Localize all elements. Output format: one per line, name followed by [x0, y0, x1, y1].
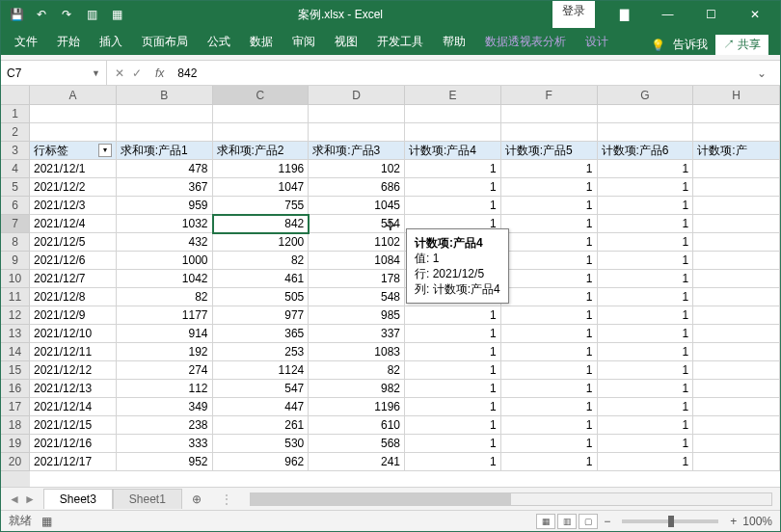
- expand-icon[interactable]: ⌄: [751, 66, 772, 80]
- cell[interactable]: 367: [117, 178, 213, 197]
- row-header[interactable]: 5: [1, 178, 30, 197]
- cell[interactable]: 461: [213, 270, 310, 288]
- row-header[interactable]: 1: [1, 105, 30, 123]
- cell[interactable]: [405, 105, 501, 123]
- name-box[interactable]: C7▼: [1, 61, 107, 85]
- cell[interactable]: 1045: [309, 197, 405, 215]
- tab-home[interactable]: 开始: [47, 29, 90, 55]
- cell[interactable]: 365: [213, 325, 310, 343]
- cell[interactable]: 2021/12/10: [30, 325, 117, 343]
- cell[interactable]: 1196: [309, 398, 405, 416]
- cells-area[interactable]: 行标签▾求和项:产品1求和项:产品2求和项:产品3计数项:产品4计数项:产品5计…: [30, 105, 780, 487]
- row-header[interactable]: 6: [1, 197, 30, 215]
- tab-view[interactable]: 视图: [325, 29, 367, 55]
- cell[interactable]: [693, 435, 780, 453]
- cell[interactable]: 82: [213, 252, 310, 270]
- bulb-icon[interactable]: 💡: [651, 39, 665, 52]
- cell[interactable]: 求和项:产品2: [213, 142, 310, 160]
- cell[interactable]: 1: [598, 270, 694, 288]
- cell[interactable]: 1047: [213, 178, 310, 197]
- cell[interactable]: [693, 178, 780, 197]
- cell[interactable]: 行标签▾: [30, 142, 117, 160]
- cell[interactable]: 959: [117, 197, 213, 215]
- cell[interactable]: [309, 105, 405, 123]
- ribbon-options-icon[interactable]: ▇: [603, 1, 646, 28]
- tab-data[interactable]: 数据: [240, 29, 283, 55]
- row-header[interactable]: 4: [1, 160, 30, 178]
- cell[interactable]: 82: [309, 361, 405, 380]
- cell[interactable]: 2021/12/7: [30, 270, 117, 288]
- cell[interactable]: 1: [405, 197, 501, 215]
- sheet-prev-icon[interactable]: ◄: [9, 492, 20, 506]
- tab-formulas[interactable]: 公式: [198, 29, 240, 55]
- cell[interactable]: 112: [117, 380, 213, 398]
- cell[interactable]: [693, 416, 780, 435]
- cell[interactable]: 2021/12/17: [30, 453, 117, 471]
- cell[interactable]: 1124: [213, 361, 310, 380]
- cell[interactable]: 1: [598, 288, 694, 306]
- zoom-level[interactable]: 100%: [742, 515, 772, 528]
- col-header[interactable]: C: [213, 86, 310, 105]
- cell[interactable]: [693, 306, 780, 325]
- cell[interactable]: 2021/12/14: [30, 398, 117, 416]
- cell[interactable]: 1000: [117, 252, 213, 270]
- cell[interactable]: 1177: [117, 306, 213, 325]
- cell[interactable]: 842: [213, 215, 310, 233]
- row-header[interactable]: 15: [1, 361, 30, 380]
- tab-insert[interactable]: 插入: [90, 29, 132, 55]
- cell[interactable]: 238: [117, 416, 213, 435]
- col-header[interactable]: G: [598, 86, 694, 105]
- col-header[interactable]: F: [501, 86, 598, 105]
- enter-icon[interactable]: ✓: [132, 66, 142, 80]
- row-header[interactable]: 8: [1, 233, 30, 252]
- cell[interactable]: 982: [309, 380, 405, 398]
- row-header[interactable]: 20: [1, 453, 30, 471]
- cell[interactable]: 914: [117, 325, 213, 343]
- cell[interactable]: 1084: [309, 252, 405, 270]
- cell[interactable]: 261: [213, 416, 310, 435]
- view-normal-icon[interactable]: ▦: [536, 514, 555, 529]
- row-header[interactable]: 3: [1, 142, 30, 160]
- cell[interactable]: [693, 160, 780, 178]
- filter-button[interactable]: ▾: [98, 144, 112, 157]
- cell[interactable]: [693, 197, 780, 215]
- zoom-slider[interactable]: [622, 519, 718, 523]
- tab-help[interactable]: 帮助: [433, 29, 475, 55]
- cell[interactable]: 1: [405, 453, 501, 471]
- cell[interactable]: [693, 398, 780, 416]
- tab-developer[interactable]: 开发工具: [367, 29, 433, 55]
- cell[interactable]: 1: [598, 215, 694, 233]
- cell[interactable]: 82: [117, 288, 213, 306]
- cell[interactable]: 349: [117, 398, 213, 416]
- close-icon[interactable]: ✕: [733, 1, 776, 28]
- cell[interactable]: 1032: [117, 215, 213, 233]
- cell[interactable]: 1042: [117, 270, 213, 288]
- cell[interactable]: 2021/12/15: [30, 416, 117, 435]
- cell[interactable]: 548: [309, 288, 405, 306]
- cell[interactable]: 547: [213, 380, 310, 398]
- cell[interactable]: 2021/12/9: [30, 306, 117, 325]
- cell[interactable]: 1200: [213, 233, 310, 252]
- save-icon[interactable]: 💾: [5, 4, 28, 25]
- cell[interactable]: 1: [598, 252, 694, 270]
- select-all-corner[interactable]: [1, 86, 30, 105]
- cell[interactable]: 1: [598, 325, 694, 343]
- cell[interactable]: 478: [117, 160, 213, 178]
- cell[interactable]: 1: [598, 197, 694, 215]
- cell[interactable]: 977: [213, 306, 310, 325]
- cell[interactable]: 1: [405, 160, 501, 178]
- maximize-icon[interactable]: ☐: [689, 1, 733, 28]
- formula-bar[interactable]: 842 ⌄: [170, 61, 780, 85]
- redo-icon[interactable]: ↷: [55, 4, 78, 25]
- cell[interactable]: [213, 123, 310, 142]
- cell[interactable]: 686: [309, 178, 405, 197]
- cell[interactable]: 1: [405, 416, 501, 435]
- cell[interactable]: 2021/12/3: [30, 197, 117, 215]
- cell[interactable]: 505: [213, 288, 310, 306]
- cell[interactable]: [693, 343, 780, 361]
- sheet-tab-active[interactable]: Sheet3: [43, 489, 113, 509]
- cell[interactable]: 755: [213, 197, 310, 215]
- cell[interactable]: 1: [501, 160, 598, 178]
- cell[interactable]: 1: [598, 398, 694, 416]
- cell[interactable]: 1: [405, 178, 501, 197]
